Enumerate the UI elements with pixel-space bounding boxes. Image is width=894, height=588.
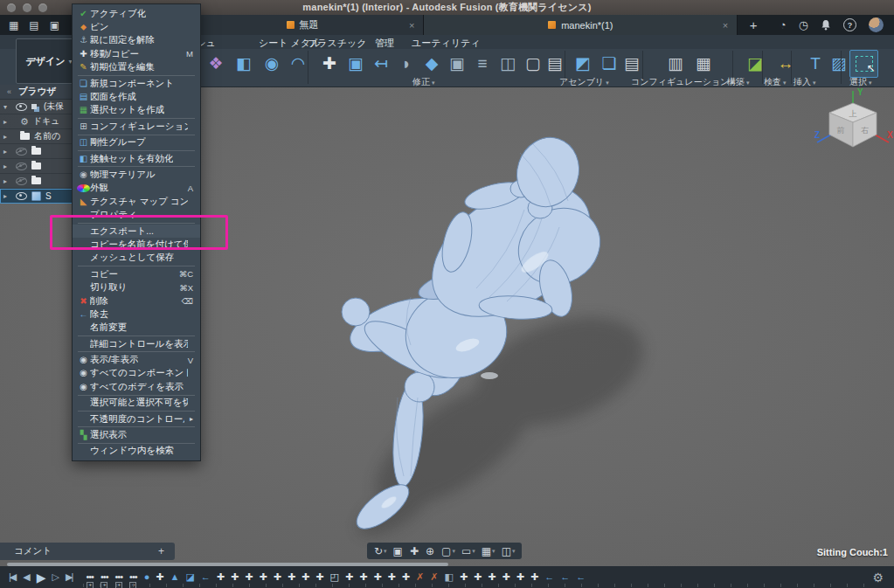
document-tab-manekin[interactable]: manekin*(1) × (424, 15, 738, 35)
construction-plane-icon[interactable]: ◰ (330, 572, 338, 582)
form-icon[interactable]: ● (144, 572, 149, 582)
enable-contact-set[interactable]: ◧ 接触セットを有効化 (73, 152, 200, 165)
draft-icon[interactable]: ◫ (495, 51, 521, 75)
notifications-bell-icon[interactable] (821, 19, 831, 31)
rename[interactable]: 名前変更 (73, 322, 200, 335)
step-back-button[interactable]: ◀ (23, 571, 28, 583)
timeline-settings-gear-icon[interactable]: ⚙ (872, 571, 884, 585)
cut[interactable]: 切り取り ⌘X (73, 280, 200, 294)
create-form-icon[interactable]: ❖ (203, 51, 229, 75)
activate[interactable]: ✔ アクティブ化 (73, 7, 200, 20)
save-as-mesh[interactable]: メッシュとして保存 (73, 252, 200, 265)
move-feature-icon[interactable]: ✚ (245, 572, 252, 582)
visibility-eye-icon[interactable] (16, 177, 27, 185)
move-feature-icon[interactable]: ✚ (259, 572, 266, 582)
sketch-group-icon[interactable]: ••• (100, 572, 108, 582)
shell-icon[interactable]: ▣ (444, 51, 470, 75)
expander-icon[interactable]: ▸ (3, 133, 11, 141)
app-grid-icon[interactable]: ▦ (9, 20, 18, 31)
visibility-eye-icon[interactable] (16, 103, 27, 111)
show-hide[interactable]: ◉ 表示/非表示 V (73, 353, 200, 366)
bom-icon[interactable]: ▤ (619, 51, 645, 75)
sketch-group-icon[interactable]: ••• (86, 572, 94, 582)
sketch-group-icon[interactable]: ••• (115, 572, 123, 582)
insert-derive-icon[interactable]: ◩ (570, 51, 596, 75)
remove[interactable]: ← 除去 (73, 308, 200, 321)
configuration-table-icon[interactable]: ▦ (690, 51, 717, 75)
combine-icon[interactable]: ◪ (185, 572, 193, 582)
new-document-button[interactable]: + (738, 15, 769, 35)
new-component[interactable]: ❏ 新規コンポーネント (73, 77, 200, 90)
fit-icon[interactable]: ▢▾ (441, 546, 455, 557)
measure-icon[interactable]: ↔ (773, 51, 799, 75)
move-feature-icon[interactable]: ✚ (402, 572, 409, 582)
press-pull-icon[interactable]: ← (576, 572, 585, 582)
ribbon-group-label[interactable]: 検査▾ (764, 76, 787, 88)
loft-icon[interactable]: ▲ (170, 572, 179, 582)
ribbon-group-label[interactable]: 構築▾ (727, 76, 750, 88)
ribbon-group-label[interactable]: アセンブリ▾ (559, 76, 609, 88)
create-drawing[interactable]: ▤ 図面を作成 (73, 90, 200, 103)
combine-icon[interactable]: ▣ (343, 51, 369, 75)
unfix-from-parent[interactable]: ⚓ 親に固定を解除 (73, 34, 200, 47)
show-detail-controls[interactable]: 詳細コントロールを表示 (73, 337, 200, 350)
revolve-icon[interactable]: ◉ (259, 51, 285, 75)
orbit-icon[interactable]: ↻▾ (374, 546, 387, 557)
view-cube[interactable]: Y Z X 上 前 右 (811, 84, 894, 169)
pan-icon[interactable]: ✚ (410, 546, 419, 557)
move-feature-icon[interactable]: ✚ (274, 572, 281, 582)
export[interactable]: エクスポート... (73, 225, 200, 238)
configuration-icon[interactable]: ▥ (662, 51, 689, 75)
sketch-group-icon[interactable]: ••• (129, 572, 137, 582)
ribbon-group-label[interactable]: コンフィギュレーション▾ (631, 76, 734, 88)
move-feature-icon[interactable]: ✚ (231, 572, 238, 582)
file-menu-icon[interactable]: ▤ (29, 20, 38, 31)
save-icon[interactable]: ▣ (50, 20, 59, 31)
appearance[interactable]: ● 外観 A (73, 182, 200, 195)
close-tab-icon[interactable]: × (409, 20, 414, 31)
move-feature-icon[interactable]: ✚ (530, 572, 537, 582)
add-comment-icon[interactable]: + (158, 545, 164, 557)
zoom-icon[interactable]: ⊕ (426, 546, 435, 557)
texture-map-control[interactable]: ◣ テクスチャ マップ コントロール (73, 195, 200, 208)
save-copy-as[interactable]: コピーを名前を付けて保存... (73, 238, 200, 251)
configuration[interactable]: ⊞ コンフィギュレーション (73, 120, 200, 133)
job-status-icon[interactable]: ◷ (799, 19, 808, 31)
cube-face-right-label[interactable]: 右 (861, 126, 870, 135)
expander-icon[interactable]: ▸ (3, 148, 11, 156)
ribbon-group-label[interactable]: 修正▾ (412, 76, 435, 88)
collapse-panel-icon[interactable]: « (7, 87, 11, 96)
extrude-icon[interactable]: ◧ (231, 51, 257, 75)
ユーティリティ[interactable]: ユーティリティ (412, 37, 481, 50)
split-body-icon[interactable]: ≡ (469, 51, 496, 75)
visibility-eye-icon[interactable] (16, 192, 27, 200)
fillet-icon[interactable]: ◗ (393, 51, 419, 75)
skip-to-end-button[interactable]: ▶| (66, 571, 72, 583)
move-feature-icon[interactable]: ✚ (217, 572, 224, 582)
move-feature-icon[interactable]: ✚ (516, 572, 523, 582)
physical-material[interactable]: ◉ 物理マテリアル (73, 168, 200, 181)
find-in-window[interactable]: ウィンドウ内を検索 (73, 445, 200, 458)
delete[interactable]: ✖ 削除 ⌫ (73, 294, 200, 308)
suppressed-joint-icon[interactable]: ✗ (430, 572, 437, 582)
move-feature-icon[interactable]: ✚ (288, 572, 295, 582)
opacity-control[interactable]: 不透明度のコントロール ▸ (73, 412, 200, 425)
move-feature-icon[interactable]: ✚ (315, 572, 322, 582)
move-feature-icon[interactable]: ✚ (474, 572, 481, 582)
copy[interactable]: コピー ⌘C (73, 267, 200, 280)
visibility-eye-icon[interactable] (16, 148, 27, 156)
プラスチック[interactable]: プラスチック (308, 37, 367, 50)
component-icon[interactable]: ◧ (444, 572, 452, 582)
edit-initial-position[interactable]: ✎ 初期位置を編集 (73, 61, 200, 74)
document-tab-untitled[interactable]: 無題 × (182, 15, 425, 35)
insert-mesh-icon[interactable]: T (802, 51, 828, 75)
move-feature-icon[interactable]: ✚ (460, 572, 467, 582)
display-settings-icon[interactable]: ▭▾ (461, 546, 475, 557)
move-feature-icon[interactable]: ✚ (488, 572, 495, 582)
expander-icon[interactable]: ▸ (3, 177, 11, 185)
move-feature-icon[interactable]: ✚ (502, 572, 509, 582)
pin[interactable]: ⬥ ピン (73, 20, 200, 33)
canvas-icon[interactable]: ▨ (826, 51, 852, 75)
create-selection-set[interactable]: ▦ 選択セットを作成 (73, 104, 200, 117)
rigid-group[interactable]: ◫ 剛性グループ (73, 136, 200, 149)
